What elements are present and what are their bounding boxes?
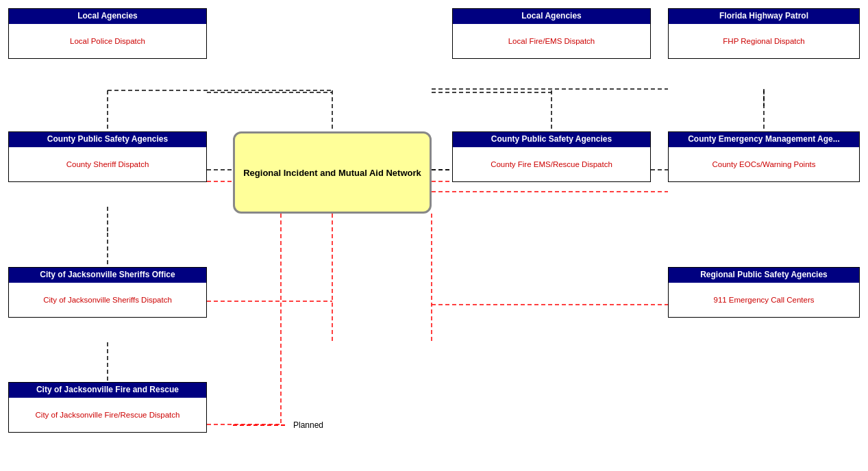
county-eoc-header: County Emergency Management Age... <box>669 132 859 147</box>
local-police-node: Local Agencies Local Police Dispatch <box>8 8 207 59</box>
local-police-body: Local Police Dispatch <box>9 24 206 58</box>
planned-label: Planned <box>293 420 323 430</box>
local-fire-node: Local Agencies Local Fire/EMS Dispatch <box>452 8 651 59</box>
fhp-body: FHP Regional Dispatch <box>669 24 859 58</box>
local-police-header: Local Agencies <box>9 9 206 24</box>
fhp-header: Florida Highway Patrol <box>669 9 859 24</box>
legend: Planned <box>233 420 323 430</box>
fhp-node: Florida Highway Patrol FHP Regional Disp… <box>668 8 860 59</box>
county-fire-header: County Public Safety Agencies <box>453 132 650 147</box>
county-sheriff-header: County Public Safety Agencies <box>9 132 206 147</box>
jax-fire-header: City of Jacksonville Fire and Rescue <box>9 383 206 398</box>
jax-fire-node: City of Jacksonville Fire and Rescue Cit… <box>8 382 207 433</box>
planned-line-icon <box>233 421 288 429</box>
jax-sheriff-header: City of Jacksonville Sheriffs Office <box>9 268 206 283</box>
jax-fire-body: City of Jacksonville Fire/Rescue Dispatc… <box>9 398 206 432</box>
county-eoc-body: County EOCs/Warning Points <box>669 147 859 181</box>
diagram-container: Local Agencies Local Police Dispatch Loc… <box>0 0 868 471</box>
local-fire-header: Local Agencies <box>453 9 650 24</box>
regional-psa-body: 911 Emergency Call Centers <box>669 283 859 317</box>
local-fire-body: Local Fire/EMS Dispatch <box>453 24 650 58</box>
county-sheriff-body: County Sheriff Dispatch <box>9 147 206 181</box>
county-sheriff-node: County Public Safety Agencies County She… <box>8 131 207 182</box>
county-fire-node: County Public Safety Agencies County Fir… <box>452 131 651 182</box>
regional-psa-node: Regional Public Safety Agencies 911 Emer… <box>668 267 860 318</box>
regional-psa-header: Regional Public Safety Agencies <box>669 268 859 283</box>
regional-incident-label: Regional Incident and Mutual Aid Network <box>243 168 421 178</box>
county-eoc-node: County Emergency Management Age... Count… <box>668 131 860 182</box>
county-fire-body: County Fire EMS/Rescue Dispatch <box>453 147 650 181</box>
regional-incident-node: Regional Incident and Mutual Aid Network <box>233 131 432 214</box>
jax-sheriff-node: City of Jacksonville Sheriffs Office Cit… <box>8 267 207 318</box>
jax-sheriff-body: City of Jacksonville Sheriffs Dispatch <box>9 283 206 317</box>
